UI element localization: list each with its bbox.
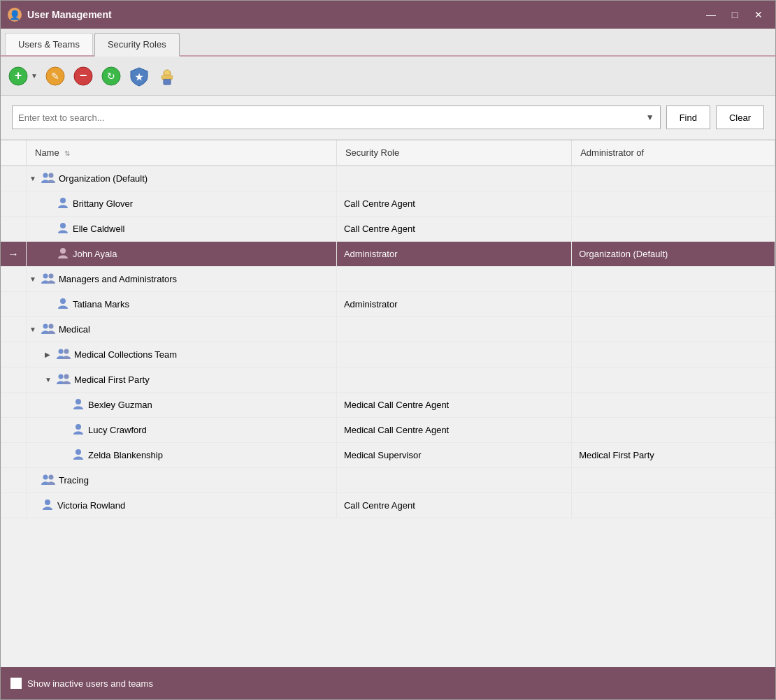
tab-users-teams[interactable]: Users & Teams xyxy=(5,33,93,55)
svg-point-24 xyxy=(59,349,64,354)
table-row[interactable]: Zelda BlankenshipMedical SupervisorMedic… xyxy=(1,443,775,468)
user-icon xyxy=(57,196,69,211)
row-name-text: Medical First Party xyxy=(74,374,150,385)
svg-point-33 xyxy=(45,500,50,505)
worker-button[interactable] xyxy=(155,64,180,89)
svg-point-19 xyxy=(43,274,48,279)
expand-icon[interactable]: ▼ xyxy=(29,275,38,283)
table-row[interactable]: ▼ Medical xyxy=(1,317,775,342)
row-administrator-cell xyxy=(572,468,775,493)
search-input-wrapper[interactable]: ▼ xyxy=(12,105,661,129)
table-row[interactable]: Bexley GuzmanMedical Call Centre Agent xyxy=(1,393,775,418)
table-row[interactable]: Tracing xyxy=(1,468,775,493)
row-security-role-cell: Medical Supervisor xyxy=(336,443,571,468)
table-row[interactable]: Brittany GloverCall Centre Agent xyxy=(1,191,775,217)
row-name-cell: ▼ Managers and Administrators xyxy=(27,267,337,292)
table-row[interactable]: ▼ Medical First Party xyxy=(1,367,775,393)
add-dropdown-button[interactable]: ▼ xyxy=(29,64,40,89)
user-icon xyxy=(57,221,69,236)
row-name-text: Zelda Blankenship xyxy=(88,450,163,460)
search-input[interactable] xyxy=(18,112,646,123)
close-button[interactable]: ✕ xyxy=(749,8,768,22)
show-inactive-checkbox[interactable] xyxy=(10,678,22,689)
delete-icon: − xyxy=(73,66,93,86)
name-sort-icon: ⇅ xyxy=(64,150,70,157)
row-security-role-cell: Call Centre Agent xyxy=(336,493,571,518)
tab-security-roles[interactable]: Security Roles xyxy=(94,33,180,57)
edit-button[interactable]: ✎ xyxy=(43,64,68,89)
row-security-role-cell: Call Centre Agent xyxy=(336,217,571,242)
row-administrator-cell xyxy=(572,342,775,367)
svg-text:★: ★ xyxy=(135,72,143,82)
row-name-cell: ▶ Medical Collections Team xyxy=(27,342,337,367)
row-name-cell: Tracing xyxy=(27,468,337,493)
svg-point-29 xyxy=(76,424,81,430)
clear-button[interactable]: Clear xyxy=(716,105,764,129)
row-name-text: Tracing xyxy=(59,475,89,486)
table-row[interactable]: Tatiana MarksAdministrator xyxy=(1,292,775,317)
row-name-cell: ▼ Medical First Party xyxy=(27,367,337,393)
expand-icon[interactable]: ▼ xyxy=(45,376,53,384)
app-icon: 👤 xyxy=(8,8,22,22)
svg-point-31 xyxy=(43,475,48,480)
row-name-text: Medical Collections Team xyxy=(74,349,177,360)
refresh-icon: ↻ xyxy=(101,66,121,86)
col-name[interactable]: Name ⇅ xyxy=(27,140,337,166)
row-arrow-cell xyxy=(1,443,27,468)
table-row[interactable]: Elle CaldwellCall Centre Agent xyxy=(1,217,775,242)
row-security-role-cell xyxy=(336,342,571,367)
row-security-role-cell: Administrator xyxy=(336,292,571,317)
search-dropdown-arrow-icon[interactable]: ▼ xyxy=(646,112,654,122)
edit-icon: ✎ xyxy=(45,66,65,86)
user-icon xyxy=(72,448,85,462)
row-security-role-cell: Call Centre Agent xyxy=(336,191,571,217)
title-bar: 👤 User Management — □ ✕ xyxy=(1,1,775,29)
add-button[interactable]: + xyxy=(8,64,29,89)
bottom-bar: Show inactive users and teams xyxy=(1,667,775,699)
svg-rect-11 xyxy=(164,79,171,85)
show-inactive-label[interactable]: Show inactive users and teams xyxy=(10,678,153,689)
row-arrow-cell: → xyxy=(1,242,27,267)
expand-icon[interactable]: ▼ xyxy=(29,326,38,333)
row-arrow-cell xyxy=(1,367,27,393)
row-name-cell: Lucy Crawford xyxy=(27,418,337,443)
dropdown-arrow-icon: ▼ xyxy=(31,72,38,80)
security-icon: ★ xyxy=(129,66,150,87)
svg-rect-13 xyxy=(165,71,169,74)
svg-point-16 xyxy=(60,198,66,203)
table-row[interactable]: → John AyalaAdministratorOrganization (D… xyxy=(1,242,775,267)
svg-point-23 xyxy=(49,324,54,329)
svg-point-25 xyxy=(64,349,69,354)
user-table: Name ⇅ Security Role Administrator of ▼ xyxy=(1,140,775,518)
table-row[interactable]: ▶ Medical Collections Team xyxy=(1,342,775,367)
expand-icon[interactable]: ▼ xyxy=(29,175,38,182)
delete-button[interactable]: − xyxy=(71,64,96,89)
minimize-button[interactable]: — xyxy=(701,8,721,22)
row-name-text: Managers and Administrators xyxy=(59,274,177,284)
expand-icon[interactable]: ▶ xyxy=(45,351,53,358)
row-name-cell: Victoria Rowland xyxy=(27,493,337,518)
col-security-role: Security Role xyxy=(336,140,571,166)
table-row[interactable]: Lucy CrawfordMedical Call Centre Agent xyxy=(1,418,775,443)
row-name-cell: Zelda Blankenship xyxy=(27,443,337,468)
user-icon xyxy=(72,423,85,437)
maximize-button[interactable]: □ xyxy=(725,8,745,22)
col-arrow xyxy=(1,140,27,166)
table-row[interactable]: Victoria RowlandCall Centre Agent xyxy=(1,493,775,518)
svg-point-30 xyxy=(76,449,81,455)
col-administrator-of: Administrator of xyxy=(572,140,775,166)
find-button[interactable]: Find xyxy=(666,105,710,129)
security-button[interactable]: ★ xyxy=(127,64,152,89)
group-icon xyxy=(41,473,55,488)
row-arrow-cell xyxy=(1,317,27,342)
row-security-role-cell xyxy=(336,267,571,292)
svg-point-32 xyxy=(49,475,54,480)
row-security-role-cell: Medical Call Centre Agent xyxy=(336,418,571,443)
window-controls: — □ ✕ xyxy=(701,8,768,22)
row-arrow-cell xyxy=(1,493,27,518)
row-arrow-cell xyxy=(1,468,27,493)
refresh-button[interactable]: ↻ xyxy=(99,64,124,89)
table-row[interactable]: ▼ Managers and Administrators xyxy=(1,267,775,292)
row-security-role-cell xyxy=(336,166,571,191)
table-row[interactable]: ▼ Organization (Default) xyxy=(1,166,775,191)
